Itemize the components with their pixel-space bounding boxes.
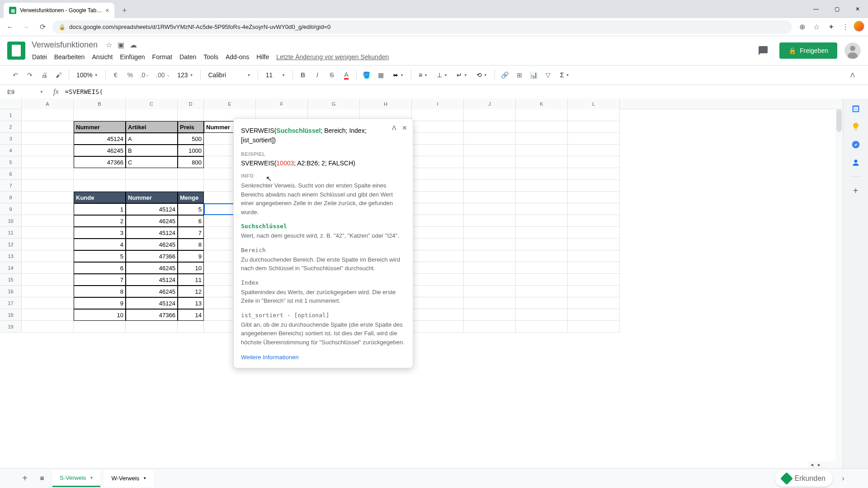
browser-avatar[interactable] [854,21,864,32]
cell-K17[interactable] [516,297,568,309]
menu-datei[interactable]: Datei [29,52,50,62]
last-edit-link[interactable]: Letzte Änderung vor wenigen Sekunden [273,52,392,62]
cell-K8[interactable] [516,192,568,203]
cell-I12[interactable] [412,239,464,250]
cell-A13[interactable] [22,250,74,262]
col-header-G[interactable]: G [308,99,360,109]
row-header-6[interactable]: 6 [0,168,22,180]
inc-decimal-button[interactable]: .00→ [154,69,172,81]
cell-D8[interactable]: Menge [178,192,204,203]
menu-bearbeiten[interactable]: Bearbeiten [51,52,88,62]
cell-C10[interactable]: 46245 [126,215,178,227]
cell-J7[interactable] [464,180,516,192]
borders-button[interactable]: ▦ [375,69,387,81]
merge-button[interactable]: ⬌▼ [389,69,407,81]
row-header-17[interactable]: 17 [0,297,22,309]
cell-A9[interactable] [22,203,74,215]
formula-bar[interactable]: =SVERWEIS( [65,88,864,95]
move-icon[interactable]: ▣ [118,41,124,49]
cell-K18[interactable] [516,309,568,321]
cell-A4[interactable] [22,145,74,156]
cell-A2[interactable] [22,121,74,133]
cell-C15[interactable]: 45124 [126,274,178,286]
star-icon[interactable]: ☆ [106,41,112,49]
reload-button[interactable]: ⟳ [36,21,49,33]
contacts-icon[interactable] [851,158,860,167]
minimize-button[interactable]: — [806,0,826,18]
cell-L14[interactable] [568,262,620,274]
menu-icon[interactable]: ⋮ [839,21,852,33]
row-header-5[interactable]: 5 [0,156,22,168]
cell-D11[interactable]: 7 [178,227,204,239]
cell-C17[interactable]: 45124 [126,297,178,309]
cell-D12[interactable]: 8 [178,239,204,250]
row-header-11[interactable]: 11 [0,227,22,239]
cell-K13[interactable] [516,250,568,262]
forward-button[interactable]: → [20,21,33,33]
cell-J5[interactable] [464,156,516,168]
col-header-F[interactable]: F [256,99,308,109]
cell-J3[interactable] [464,133,516,145]
cell-K6[interactable] [516,168,568,180]
cell-L4[interactable] [568,145,620,156]
cell-L18[interactable] [568,309,620,321]
cell-I10[interactable] [412,215,464,227]
cell-A7[interactable] [22,180,74,192]
cell-C12[interactable]: 46245 [126,239,178,250]
cell-K2[interactable] [516,121,568,133]
cell-I19[interactable] [412,321,464,333]
cell-B19[interactable] [74,321,126,333]
cell-J2[interactable] [464,121,516,133]
menu-format[interactable]: Format [149,52,175,62]
maximize-button[interactable]: ▢ [826,0,847,18]
cell-K4[interactable] [516,145,568,156]
row-header-4[interactable]: 4 [0,145,22,156]
cell-L15[interactable] [568,274,620,286]
cell-B10[interactable]: 2 [74,215,126,227]
cell-K16[interactable] [516,286,568,297]
cell-K7[interactable] [516,180,568,192]
cell-A10[interactable] [22,215,74,227]
close-tab-icon[interactable]: × [105,7,109,14]
cell-C14[interactable]: 46245 [126,262,178,274]
functions-button[interactable]: Σ▼ [557,69,573,81]
menu-addons[interactable]: Add-ons [222,52,252,62]
col-header-H[interactable]: H [360,99,412,109]
close-window-button[interactable]: ✕ [847,0,868,18]
cell-J16[interactable] [464,286,516,297]
cell-B11[interactable]: 3 [74,227,126,239]
row-header-3[interactable]: 3 [0,133,22,145]
cell-K15[interactable] [516,274,568,286]
redo-button[interactable]: ↷ [24,69,36,81]
cell-C5[interactable]: C [126,156,178,168]
cell-C6[interactable] [126,168,178,180]
cell-I16[interactable] [412,286,464,297]
col-header-E[interactable]: E [204,99,256,109]
cell-I5[interactable] [412,156,464,168]
cell-B2[interactable]: Nummer [74,121,126,133]
cell-C16[interactable]: 46245 [126,286,178,297]
row-header-9[interactable]: 9 [0,203,22,215]
tasks-icon[interactable] [851,140,860,149]
cell-A3[interactable] [22,133,74,145]
extensions-icon[interactable]: ✦ [825,21,837,33]
cloud-icon[interactable]: ☁ [130,41,137,49]
halign-button[interactable]: ≡▼ [415,69,431,81]
col-header-I[interactable]: I [412,99,464,109]
cell-I14[interactable] [412,262,464,274]
cell-B9[interactable]: 1 [74,203,126,215]
percent-button[interactable]: % [124,69,137,81]
cell-K1[interactable] [516,109,568,121]
cell-L2[interactable] [568,121,620,133]
cell-I15[interactable] [412,274,464,286]
cell-K9[interactable] [516,203,568,215]
cell-L1[interactable] [568,109,620,121]
col-header-D[interactable]: D [178,99,204,109]
cell-B15[interactable]: 7 [74,274,126,286]
new-tab-button[interactable]: + [118,4,131,17]
cell-C18[interactable]: 47366 [126,309,178,321]
cell-L13[interactable] [568,250,620,262]
cell-B6[interactable] [74,168,126,180]
cell-L10[interactable] [568,215,620,227]
cell-A19[interactable] [22,321,74,333]
